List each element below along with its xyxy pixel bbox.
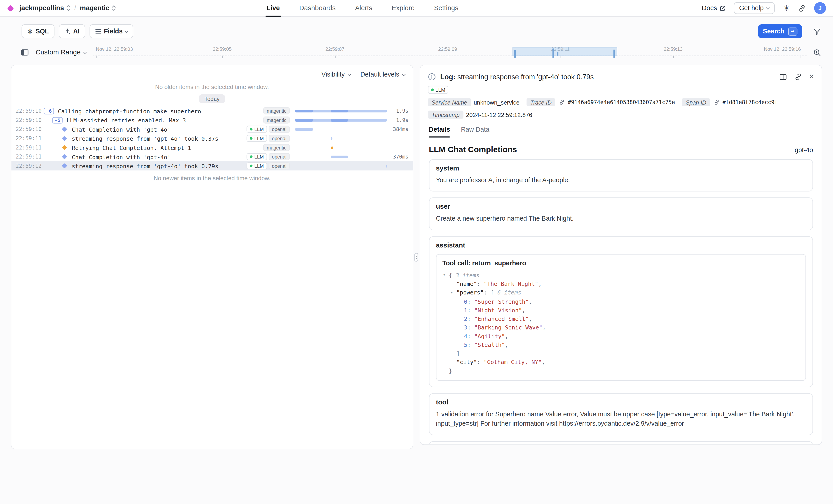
fields-button[interactable]: Fields (89, 24, 133, 38)
json-line: } (443, 366, 800, 375)
span-id-value[interactable]: #fd81e8f78c4ecc9f (722, 99, 778, 105)
time-axis[interactable]: Nov 12, 22:59:0322:59:0522:59:0722:59:09… (93, 44, 807, 61)
visibility-dropdown[interactable]: Visibility (322, 71, 351, 78)
tick-mark (673, 55, 673, 58)
span-bar (331, 137, 332, 140)
log-row[interactable]: 22:59:12streaming response from 'gpt-4o'… (11, 161, 413, 170)
detail-header: Log: streaming response from 'gpt-4o' to… (420, 65, 822, 81)
org-name: jackmpcollins (19, 4, 64, 12)
detail-timestamp-row: Timestamp 2024-11-12 22:59:12.876 (420, 106, 822, 119)
json-line: 3: "Barking Sonic Wave", (443, 323, 800, 332)
json-token-punct: : (467, 333, 474, 339)
service-name-label: Service Name (428, 98, 471, 106)
copy-link-button[interactable] (794, 72, 802, 80)
json-line: ▾"powers": [ 6 items (443, 288, 800, 297)
tag-llm: LLM (247, 153, 267, 160)
chevron-down-icon (348, 72, 351, 76)
tick-mark (801, 55, 801, 58)
json-line: 5: "Stealth", (443, 340, 800, 349)
tag-openai: openai (268, 126, 290, 133)
docs-label: Docs (702, 4, 717, 12)
tab-explore[interactable]: Explore (392, 0, 414, 17)
collapse-arrow-icon[interactable]: ▾ (443, 271, 449, 280)
levels-dropdown[interactable]: Default levels (360, 71, 405, 78)
json-token-punct: : (477, 281, 483, 287)
trace-id-group: Trace ID #9146a6974e4e6140538043607a71c7… (526, 98, 675, 106)
top-nav: jackmpcollins / magentic LiveDashboardsA… (0, 0, 833, 17)
tag-llm: LLM (247, 126, 267, 133)
log-row[interactable]: 22:59:10−6Calling chatprompt-function ma… (11, 106, 413, 116)
log-row[interactable]: 22:59:11Retrying Chat Completion. Attemp… (11, 143, 413, 152)
json-token-idx: 1 (464, 307, 467, 313)
theme-toggle-button[interactable]: ☀ (783, 4, 790, 12)
docs-link[interactable]: Docs (702, 4, 726, 12)
tab-dashboards[interactable]: Dashboards (299, 0, 336, 17)
sql-asterisk-icon: ∗ (27, 28, 33, 35)
sql-button[interactable]: ∗ SQL (22, 24, 54, 38)
collapse-count-badge[interactable]: −6 (44, 108, 54, 114)
log-detail-panel: Log: streaming response from 'gpt-4o' to… (420, 65, 822, 445)
app: jackmpcollins / magentic LiveDashboardsA… (0, 0, 833, 504)
json-token-brace: [ (491, 289, 494, 296)
filter-button[interactable] (813, 27, 821, 35)
log-row[interactable]: 22:59:10Chat Completion with 'gpt-4o'LLM… (11, 125, 413, 134)
avatar[interactable]: J (814, 2, 826, 14)
get-help-button[interactable]: Get help (734, 2, 775, 14)
collapse-count-badge[interactable]: −5 (52, 117, 63, 123)
tag-list: LLMopenai (247, 126, 290, 133)
tab-live[interactable]: Live (266, 0, 280, 17)
trace-id-label: Trace ID (526, 98, 555, 106)
sun-icon: ☀ (783, 4, 790, 12)
close-icon: × (809, 72, 814, 81)
span-diamond-icon (62, 126, 67, 132)
span-link-icon[interactable] (714, 99, 720, 105)
close-button[interactable]: × (809, 72, 814, 81)
detail-tab-details[interactable]: Details (429, 126, 450, 138)
trace-link-icon[interactable] (559, 99, 565, 105)
tick-label: 22:59:13 (664, 46, 683, 52)
query-input[interactable] (141, 24, 754, 38)
detail-tab-raw-data[interactable]: Raw Data (461, 126, 490, 138)
trace-id-value[interactable]: #9146a6974e4e6140538043607a71c75e (568, 99, 675, 105)
get-help-label: Get help (739, 4, 764, 12)
log-row[interactable]: 22:59:11Chat Completion with 'gpt-4o'LLM… (11, 152, 413, 162)
visibility-label: Visibility (322, 71, 345, 78)
tag-openai: openai (268, 162, 290, 169)
org-switcher[interactable]: jackmpcollins (19, 4, 70, 12)
funnel-icon (813, 27, 821, 35)
collapse-sidebar-button[interactable] (21, 48, 29, 57)
histogram-bar (556, 52, 558, 55)
project-switcher[interactable]: magentic (80, 4, 116, 12)
tick-label: 22:59:07 (326, 46, 344, 52)
service-name-value: unknown_service (474, 99, 520, 105)
tick-mark (222, 55, 223, 58)
time-range-select[interactable]: Custom Range (36, 49, 87, 56)
chevron-down-icon (766, 6, 770, 9)
search-button[interactable]: Search ↵ (758, 24, 802, 38)
histogram-bar (514, 50, 516, 55)
tab-alerts[interactable]: Alerts (355, 0, 372, 17)
zoom-in-button[interactable] (813, 48, 821, 56)
tab-settings[interactable]: Settings (434, 0, 458, 17)
collapse-arrow-icon[interactable]: ▾ (450, 288, 456, 297)
tag-openai: openai (268, 153, 290, 160)
tag-openai: openai (268, 135, 290, 142)
service-name-group: Service Name unknown_service (428, 98, 520, 106)
chevron-up-down-icon (66, 5, 70, 11)
json-token-punct: , (542, 324, 546, 331)
columns-view-button[interactable] (779, 72, 787, 80)
log-time: 22:59:10 (16, 126, 44, 132)
message-role: system (436, 165, 806, 172)
share-link-button[interactable] (798, 4, 806, 12)
span-id-group: Span ID #fd81e8f78c4ecc9f (682, 98, 778, 106)
log-row[interactable]: 22:59:11streaming response from 'gpt-4o'… (11, 134, 413, 143)
span-bar-track (295, 115, 387, 125)
ai-button[interactable]: AI (58, 24, 85, 38)
log-row[interactable]: 22:59:10−5LLM-assisted retries enabled. … (11, 115, 413, 125)
panel-resize-handle[interactable] (413, 65, 420, 449)
log-list-panel: Visibility Default levels No older items… (11, 65, 413, 449)
json-token-punct: , (529, 298, 532, 305)
tick-label: 22:59:05 (213, 46, 232, 52)
histogram-under-bar (614, 55, 615, 58)
time-selection[interactable] (513, 47, 617, 56)
